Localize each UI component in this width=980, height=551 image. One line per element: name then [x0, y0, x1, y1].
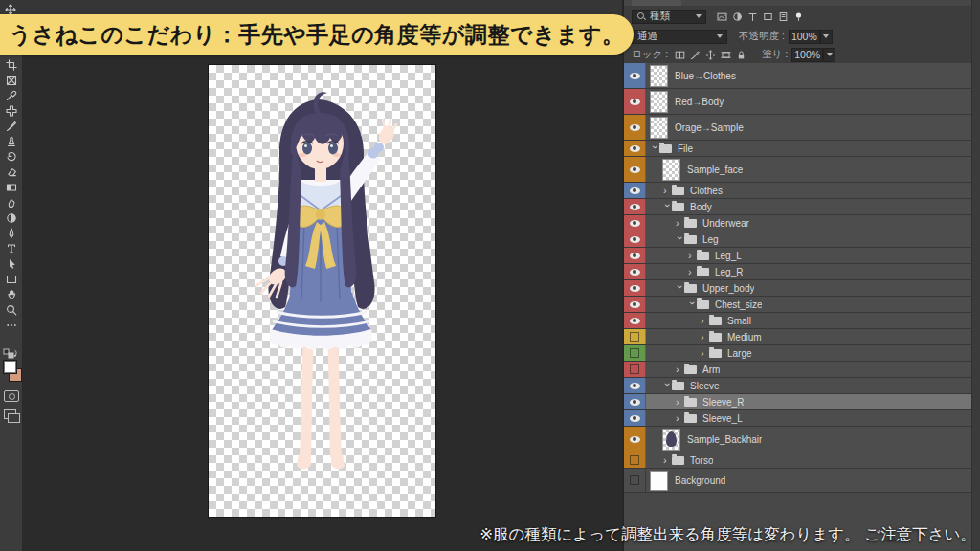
visibility-badge[interactable] [624, 141, 646, 156]
layer-thumbnail[interactable] [663, 160, 679, 180]
layer-name[interactable]: Body [690, 202, 712, 212]
visibility-badge[interactable] [624, 345, 646, 361]
visibility-badge[interactable] [624, 378, 646, 393]
layer-row-small[interactable]: ›Small [624, 313, 972, 329]
layer-row-large[interactable]: ›Large [624, 345, 972, 362]
chevron-right-icon[interactable]: › [663, 455, 672, 466]
zoom-tool-icon[interactable] [0, 302, 22, 318]
layer-row-sample-backhair[interactable]: Sample_Backhair [624, 427, 972, 452]
visibility-badge[interactable] [624, 264, 646, 279]
smudge-tool-icon[interactable] [0, 195, 22, 210]
layer-name[interactable]: Torso [690, 455, 713, 466]
layer-name[interactable]: Leg_R [715, 267, 743, 277]
layer-name[interactable]: Sleeve [690, 381, 720, 391]
panel-scrollbar[interactable] [971, 0, 980, 551]
layer-row-underwear[interactable]: ›Underwear [624, 215, 972, 231]
layer-name[interactable]: Small [727, 316, 751, 326]
history-brush-tool-icon[interactable] [0, 149, 22, 165]
visibility-badge[interactable] [624, 362, 646, 377]
quick-mask-icon[interactable] [4, 390, 19, 402]
visibility-badge[interactable] [624, 231, 646, 247]
layer-name[interactable]: Sample_face [687, 165, 743, 175]
layer-name[interactable]: Sleeve_R [702, 397, 744, 408]
layer-row-clothes[interactable]: ›Clothes [624, 183, 972, 199]
gradient-tool-icon[interactable] [0, 180, 22, 195]
type-filter-icon[interactable] [745, 10, 760, 23]
chevron-right-icon[interactable]: › [676, 218, 684, 229]
foreground-color-swatch[interactable] [3, 360, 17, 374]
layer-name[interactable]: Leg_L [715, 251, 742, 261]
chevron-right-icon[interactable]: › [688, 251, 697, 261]
chevron-right-icon[interactable]: › [701, 316, 709, 326]
document-canvas[interactable] [209, 65, 435, 517]
eraser-tool-icon[interactable] [0, 165, 22, 180]
layer-row-file[interactable]: ›File [624, 141, 972, 157]
crop-tool-icon[interactable] [0, 57, 22, 73]
visibility-badge[interactable] [624, 183, 646, 198]
layer-name[interactable]: Leg [702, 234, 719, 245]
opacity-input[interactable]: 100% [789, 30, 820, 44]
visibility-badge[interactable] [624, 115, 646, 140]
visibility-badge[interactable] [624, 452, 646, 468]
chevron-right-icon[interactable]: › [676, 413, 684, 424]
chevron-right-icon[interactable]: › [663, 186, 672, 196]
layer-row-torso[interactable]: ›Torso [624, 452, 972, 469]
visibility-badge[interactable] [624, 394, 646, 409]
layer-name[interactable]: Sleeve_L [702, 413, 743, 424]
visibility-badge[interactable] [624, 297, 646, 312]
layer-name[interactable]: Upper_body [702, 283, 754, 294]
blend-mode-dropdown[interactable]: 通過 [632, 30, 727, 44]
visibility-badge[interactable] [624, 313, 646, 328]
clone-stamp-tool-icon[interactable] [0, 134, 22, 149]
pixel-filter-icon[interactable] [714, 10, 729, 23]
layer-name[interactable]: Medium [727, 332, 762, 342]
layer-row-background[interactable]: Background [624, 469, 972, 493]
lock-all-icon[interactable] [733, 48, 748, 61]
layer-name[interactable]: File [678, 143, 693, 154]
smart-object-filter-icon[interactable] [775, 10, 791, 23]
chevron-right-icon[interactable]: › [676, 397, 684, 408]
rectangle-tool-icon[interactable] [0, 272, 22, 287]
edit-toolbar-tool-icon[interactable] [0, 318, 22, 333]
layer-name[interactable]: Sample_Backhair [687, 434, 762, 445]
filter-pin-icon[interactable] [791, 10, 806, 23]
layer-row-leg-r[interactable]: ›Leg_R [624, 264, 972, 280]
layer-row-orage-sample[interactable]: Orage→Sample [624, 115, 972, 141]
lock-pixels-icon[interactable] [687, 48, 702, 61]
visibility-badge[interactable] [624, 329, 646, 344]
visibility-badge[interactable] [624, 427, 646, 452]
layer-name[interactable]: Underwear [702, 218, 749, 229]
visibility-badge[interactable] [624, 89, 646, 114]
chevron-right-icon[interactable]: › [701, 332, 709, 342]
brush-tool-icon[interactable] [0, 119, 22, 134]
fill-input[interactable]: 100% [791, 48, 823, 62]
layer-name[interactable]: Large [727, 348, 752, 359]
visibility-badge[interactable] [624, 157, 646, 182]
path-select-tool-icon[interactable] [0, 256, 22, 272]
healing-brush-tool-icon[interactable] [0, 103, 22, 119]
layer-thumbnail[interactable] [651, 118, 667, 138]
layer-filter-dropdown[interactable]: 種類 [632, 10, 706, 24]
eyedropper-tool-icon[interactable] [0, 88, 22, 103]
layer-thumbnail[interactable] [651, 66, 667, 86]
lock-artboard-icon[interactable] [718, 48, 733, 61]
lock-transparent-icon[interactable] [672, 48, 687, 61]
layer-name[interactable]: Arm [702, 364, 720, 375]
layer-row-sample-face[interactable]: Sample_face [624, 157, 972, 183]
adjustment-filter-icon[interactable] [729, 10, 745, 23]
layer-name[interactable]: Red→Body [675, 97, 724, 107]
pen-tool-icon[interactable] [0, 226, 22, 241]
move-icon[interactable] [5, 2, 16, 13]
layer-name[interactable]: Background [675, 475, 725, 486]
layer-row-blue-clothes[interactable]: Blue→Clothes [624, 63, 972, 89]
layer-row-sleeve-r[interactable]: ›Sleeve_R [624, 394, 972, 410]
layer-name[interactable]: Clothes [690, 186, 723, 196]
visibility-badge[interactable] [624, 469, 646, 492]
screen-mode-icon[interactable] [4, 409, 16, 419]
layer-name[interactable]: Chest_size [715, 299, 762, 310]
layer-name[interactable]: Orage→Sample [675, 122, 744, 133]
layer-row-medium[interactable]: ›Medium [624, 329, 972, 345]
visibility-badge[interactable] [624, 215, 646, 231]
layer-row-chest-size[interactable]: ›Chest_size [624, 297, 972, 313]
layer-row-upper-body[interactable]: ›Upper_body [624, 280, 972, 297]
